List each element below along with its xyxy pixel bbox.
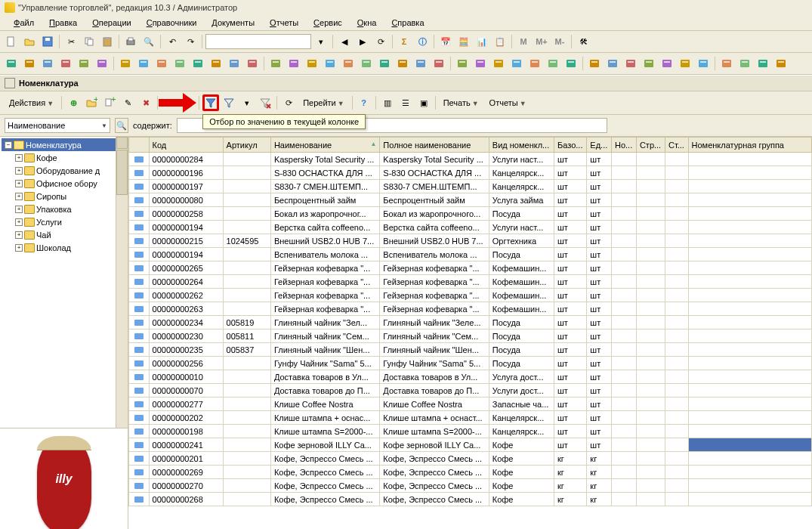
actions-menu[interactable]: Действия▼ xyxy=(5,97,58,109)
col-header[interactable]: Ед... xyxy=(587,138,612,153)
app-toolbar-icon-32[interactable] xyxy=(604,55,621,72)
nav-back-icon[interactable]: ◀ xyxy=(336,33,353,50)
col-header[interactable]: Наименование▲ xyxy=(270,138,379,153)
menu-справочники[interactable]: Справочники xyxy=(139,17,205,29)
menu-справка[interactable]: Справка xyxy=(384,17,431,29)
m-plus-icon[interactable]: M+ xyxy=(533,33,550,50)
undo-icon[interactable]: ↶ xyxy=(164,33,181,50)
table-row[interactable]: 00000000270Кофе, Эспрессо Смесь ...Кофе,… xyxy=(129,479,812,493)
app-toolbar-icon-38[interactable] xyxy=(718,55,735,72)
menu-окна[interactable]: Окна xyxy=(350,17,384,29)
app-toolbar-icon-17[interactable] xyxy=(322,55,338,72)
app-toolbar-icon-19[interactable] xyxy=(358,55,375,72)
col-header[interactable]: Базо... xyxy=(554,138,587,153)
app-toolbar-icon-3[interactable] xyxy=(57,55,74,72)
tree-item[interactable]: +Шоколад xyxy=(2,241,126,254)
app-toolbar-icon-7[interactable] xyxy=(135,55,152,72)
filter-clear-icon[interactable] xyxy=(257,94,273,111)
help-icon[interactable]: ? xyxy=(356,94,372,111)
table-row[interactable]: 00000000265Гейзерная кофеварка "...Гейзе… xyxy=(129,261,812,275)
filter-list-icon[interactable] xyxy=(221,94,237,111)
move-icon[interactable]: ⇵ xyxy=(179,94,196,111)
tree-item[interactable]: +Чай xyxy=(2,228,126,241)
expand-icon[interactable]: + xyxy=(15,180,23,187)
app-toolbar-icon-16[interactable] xyxy=(304,55,320,72)
app-toolbar-icon-1[interactable] xyxy=(21,55,38,72)
app-toolbar-icon-10[interactable] xyxy=(190,55,206,72)
m-icon[interactable]: M xyxy=(515,33,532,50)
app-toolbar-icon-25[interactable] xyxy=(472,55,489,72)
app-toolbar-icon-31[interactable] xyxy=(586,55,603,72)
app-toolbar-icon-26[interactable] xyxy=(490,55,507,72)
goto-menu[interactable]: Перейти▼ xyxy=(298,97,349,109)
menu-сервис[interactable]: Сервис xyxy=(306,17,350,29)
print-menu[interactable]: Печать▼ xyxy=(439,97,483,109)
menu-операции[interactable]: Операции xyxy=(85,17,138,29)
expand-icon[interactable]: + xyxy=(15,244,23,252)
table-row[interactable]: 00000000197S830-7 СМЕН.ШТЕМП...S830-7 СМ… xyxy=(129,180,812,193)
print-preview-icon[interactable]: 🔍 xyxy=(140,33,157,50)
table-row[interactable]: 00000000201Кофе, Эспрессо Смесь ...Кофе,… xyxy=(129,452,812,466)
table-row[interactable]: 00000000230005811Глиняный чайник "Сем...… xyxy=(129,329,812,343)
app-toolbar-icon-5[interactable] xyxy=(94,55,110,72)
app-toolbar-icon-29[interactable] xyxy=(545,55,561,72)
expand-icon[interactable]: + xyxy=(15,193,23,200)
menu-файл[interactable]: Файл xyxy=(6,17,42,29)
app-toolbar-icon-24[interactable] xyxy=(454,55,471,72)
app-toolbar-icon-33[interactable] xyxy=(622,55,639,72)
filter-by-column-button[interactable] xyxy=(202,94,219,111)
table-row[interactable]: 00000000198Клише штампа S=2000-...Клише … xyxy=(129,425,812,438)
app-toolbar-icon-18[interactable] xyxy=(340,55,357,72)
hierarchy-icon[interactable]: ☷ xyxy=(161,94,178,111)
table-row[interactable]: 00000000194Верстка сайта coffeeno...Верс… xyxy=(129,221,812,234)
app-toolbar-icon-15[interactable] xyxy=(286,55,302,72)
tree-root[interactable]: −Номенклатура xyxy=(2,138,126,151)
app-toolbar-icon-20[interactable] xyxy=(376,55,393,72)
app-toolbar-icon-35[interactable] xyxy=(659,55,675,72)
sum-icon[interactable]: Σ xyxy=(396,33,412,50)
app-toolbar-icon-8[interactable] xyxy=(153,55,170,72)
table-row[interactable]: 00000000196S-830 ОСНАСТКА ДЛЯ ...S-830 О… xyxy=(129,166,812,180)
col-header[interactable]: Ст... xyxy=(665,138,688,153)
tree-item[interactable]: +Сиропы xyxy=(2,190,126,203)
barcode-icon[interactable]: ▥ xyxy=(379,94,396,111)
app-toolbar-icon-22[interactable] xyxy=(412,55,429,72)
menu-отчеты[interactable]: Отчеты xyxy=(262,17,306,29)
info-icon[interactable]: ⓘ xyxy=(414,33,431,50)
refresh-list-icon[interactable]: ⟳ xyxy=(280,94,297,111)
expand-icon[interactable]: + xyxy=(15,231,23,239)
expand-icon[interactable]: + xyxy=(15,167,23,175)
table-row[interactable]: 00000000202Клише штампа + оснас...Клише … xyxy=(129,411,812,425)
calendar-icon[interactable]: 📅 xyxy=(437,33,454,50)
col-header[interactable]: Артикул xyxy=(223,138,270,153)
app-toolbar-icon-21[interactable] xyxy=(394,55,411,72)
app-toolbar-icon-14[interactable] xyxy=(267,55,284,72)
app-toolbar-icon-27[interactable] xyxy=(508,55,525,72)
col-header[interactable]: Стр... xyxy=(636,138,665,153)
col-header[interactable]: Вид номенкл... xyxy=(489,138,554,153)
table-row[interactable]: 00000000284Kaspersky Total Security ...K… xyxy=(129,153,812,166)
open-icon[interactable] xyxy=(21,33,38,50)
add-icon[interactable]: ⊕ xyxy=(65,94,82,111)
col-header[interactable]: Полное наименование xyxy=(380,138,489,153)
search-icon[interactable]: 🔍 xyxy=(115,118,128,133)
tree-item[interactable]: +Кофе xyxy=(2,151,126,164)
col-header[interactable]: Код xyxy=(149,138,223,153)
app-toolbar-icon-36[interactable] xyxy=(677,55,693,72)
redo-icon[interactable]: ↷ xyxy=(182,33,199,50)
table-row[interactable]: 00000000235005837Глиняный чайник "Шен...… xyxy=(129,343,812,357)
paste-icon[interactable] xyxy=(99,33,116,50)
app-toolbar-icon-0[interactable] xyxy=(3,55,20,72)
settings-icon[interactable]: 🛠 xyxy=(575,33,591,50)
new-doc-icon[interactable] xyxy=(3,33,20,50)
table-row[interactable]: 00000000277Клише Coffee NostraКлише Coff… xyxy=(129,398,812,411)
table-row[interactable]: 00000000264Гейзерная кофеварка "...Гейзе… xyxy=(129,275,812,289)
collapse-icon[interactable]: − xyxy=(5,141,12,149)
print-icon[interactable] xyxy=(122,33,139,50)
copy-icon[interactable] xyxy=(81,33,97,50)
table-row[interactable]: 00000000080Беспроцентный займБеспроцентн… xyxy=(129,193,812,207)
table-row[interactable]: 000000002151024595Внешний USB2.0 HUB 7..… xyxy=(129,234,812,248)
app-toolbar-icon-6[interactable] xyxy=(117,55,134,72)
app-toolbar-icon-30[interactable] xyxy=(563,55,579,72)
menu-правка[interactable]: Правка xyxy=(42,17,85,29)
